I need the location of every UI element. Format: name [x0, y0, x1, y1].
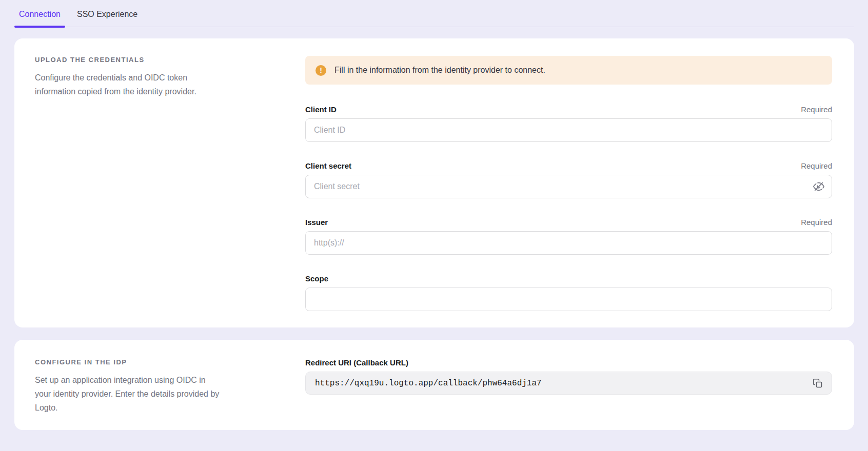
issuer-input[interactable]: [305, 231, 832, 255]
client-id-field-group: Client ID Required: [305, 105, 832, 142]
credentials-card-left-column: UPLOAD THE CREDENTIALS Configure the cre…: [35, 56, 285, 311]
alert-message: Fill in the information from the identit…: [334, 66, 545, 75]
scope-input[interactable]: [305, 288, 832, 311]
idp-card-form-column: Redirect URI (Callback URL) https://qxq1…: [305, 358, 832, 415]
section-title: UPLOAD THE CREDENTIALS: [35, 56, 285, 64]
credentials-card: UPLOAD THE CREDENTIALS Configure the cre…: [14, 38, 854, 327]
alert-circle-icon: !: [315, 65, 326, 76]
tab-sso-experience[interactable]: SSO Experience: [72, 10, 142, 27]
copy-icon[interactable]: [811, 377, 824, 390]
redirect-uri-label: Redirect URI (Callback URL): [305, 358, 408, 367]
section-description: Configure the credentials and OIDC token…: [35, 71, 261, 98]
client-id-input[interactable]: [305, 118, 832, 142]
section-title: CONFIGURE IN THE IDP: [35, 358, 285, 366]
scope-label: Scope: [305, 274, 328, 283]
issuer-label: Issuer: [305, 218, 328, 227]
redirect-uri-value: https://qxq19u.logto.app/callback/phw64a…: [315, 379, 542, 388]
tab-connection[interactable]: Connection: [14, 10, 65, 27]
idp-card-left-column: CONFIGURE IN THE IDP Set up an applicati…: [35, 358, 285, 415]
client-secret-field-group: Client secret Required: [305, 161, 832, 198]
scope-field-group: Scope: [305, 274, 832, 311]
credentials-card-form-column: ! Fill in the information from the ident…: [305, 56, 832, 311]
redirect-uri-copy-field: https://qxq19u.logto.app/callback/phw64a…: [305, 372, 832, 395]
issuer-field-group: Issuer Required: [305, 218, 832, 255]
alert-banner: ! Fill in the information from the ident…: [305, 56, 832, 85]
issuer-required-badge: Required: [801, 218, 832, 227]
client-secret-input[interactable]: [305, 175, 832, 198]
tab-bar: Connection SSO Experience: [14, 0, 854, 27]
eye-off-icon[interactable]: [813, 180, 825, 193]
section-description: Set up an application integration using …: [35, 373, 261, 415]
client-id-required-badge: Required: [801, 105, 832, 114]
client-secret-required-badge: Required: [801, 161, 832, 171]
idp-card: CONFIGURE IN THE IDP Set up an applicati…: [14, 340, 854, 430]
client-secret-label: Client secret: [305, 161, 351, 171]
client-id-label: Client ID: [305, 105, 337, 114]
